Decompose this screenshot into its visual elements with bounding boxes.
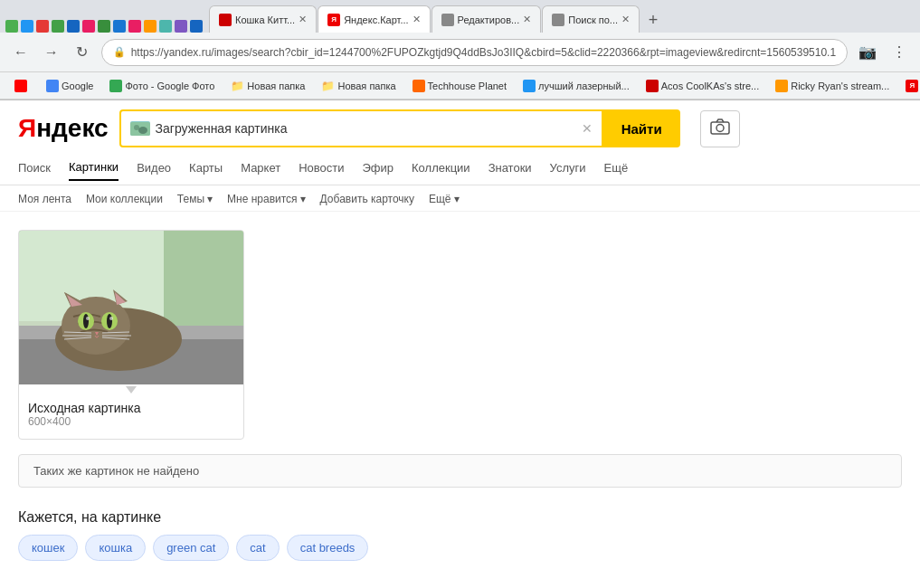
search-bar[interactable]: Загруженная картинка ✕	[119, 109, 603, 147]
tab-redaktor[interactable]: Редактиров... ✕	[432, 5, 542, 33]
taskbar-icon-9[interactable]	[128, 20, 141, 33]
bookmark-favicon-ya: Я	[906, 80, 918, 92]
sub-nav-eshche[interactable]: Ещё ▾	[429, 193, 460, 205]
yandex-logo[interactable]: Яндекс	[18, 114, 109, 143]
taskbar-icon-5[interactable]	[67, 20, 80, 33]
svg-point-22	[109, 317, 113, 320]
nav-znatoki[interactable]: Знатоки	[488, 161, 532, 180]
sub-nav-mne-nravitsya[interactable]: Мне нравится ▾	[227, 193, 306, 205]
tab-bar: Кошка Китт... ✕ Я Яндекс.Карт... ✕ Редак…	[0, 0, 920, 33]
tab-label-1: Кошка Китт...	[235, 14, 295, 25]
browser-chrome: Кошка Китт... ✕ Я Яндекс.Карт... ✕ Редак…	[0, 0, 920, 100]
bookmark-photos[interactable]: Фото - Google Фото	[104, 78, 220, 94]
tag-cat-breeds[interactable]: cat breeds	[287, 535, 369, 561]
image-size: 600×400	[28, 415, 234, 428]
chevron-down-icon-eshche: ▾	[454, 193, 460, 205]
bookmark-favicon-yt	[14, 80, 27, 92]
tab-koshka-kitty[interactable]: Кошка Китт... ✕	[209, 5, 317, 33]
taskbar-icon-12[interactable]	[175, 20, 187, 33]
back-button[interactable]: ←	[9, 40, 33, 65]
bookmark-label-r: Ricky Ryan's stream...	[791, 81, 889, 91]
bookmark-techhouse[interactable]: Techhouse Planet	[407, 78, 512, 94]
reload-button[interactable]: ↻	[71, 40, 94, 65]
tag-koshka[interactable]: кошка	[85, 535, 146, 561]
bookmark-favicon-ph	[109, 80, 122, 92]
folder-icon-1: 📁	[231, 80, 244, 92]
camera-nav-button[interactable]: 📷	[855, 40, 880, 65]
taskbar-icon-1[interactable]	[5, 20, 18, 33]
settings-button[interactable]: ⋮	[887, 40, 911, 65]
tag-green-cat[interactable]: green cat	[153, 535, 229, 561]
nav-eshche[interactable]: Ещё	[604, 161, 629, 180]
tab-favicon-2: Я	[327, 14, 340, 26]
bookmark-youtube[interactable]	[9, 78, 35, 94]
sub-nav-dobavit[interactable]: Добавить карточку	[320, 193, 414, 205]
taskbar-icon-8[interactable]	[113, 20, 126, 33]
tag-cat[interactable]: cat	[236, 535, 279, 561]
tab-favicon-4	[552, 14, 564, 26]
nav-efir[interactable]: Эфир	[363, 161, 394, 180]
taskbar-icon-7[interactable]	[98, 20, 110, 33]
taskbar-icon-2[interactable]	[21, 20, 33, 33]
search-button[interactable]: Найти	[603, 109, 680, 147]
taskbar-icon-4[interactable]	[52, 20, 64, 33]
sub-nav-moya-lenta[interactable]: Моя лента	[18, 193, 71, 205]
nav-kollektsii[interactable]: Коллекции	[412, 161, 470, 180]
bookmark-folder2[interactable]: 📁 Новая папка	[316, 78, 401, 94]
nav-uslugi[interactable]: Услуги	[550, 161, 586, 180]
bookmark-google[interactable]: Google	[41, 78, 99, 94]
bookmark-favicon-l	[523, 80, 536, 92]
nav-kartinki[interactable]: Картинки	[69, 160, 119, 181]
no-results-message: Таких же картинок не найдено	[18, 454, 902, 488]
new-tab-button[interactable]: +	[640, 7, 666, 33]
tab-close-2[interactable]: ✕	[413, 14, 421, 25]
forward-button[interactable]: →	[40, 40, 63, 65]
taskbar-icon-11[interactable]	[159, 20, 172, 33]
svg-point-20	[107, 314, 112, 328]
tab-close-3[interactable]: ✕	[523, 14, 531, 25]
tab-close-4[interactable]: ✕	[621, 14, 630, 25]
tab-favicon-3	[441, 14, 454, 26]
yandex-nav: Поиск Картинки Видео Карты Маркет Новост…	[0, 156, 920, 185]
nav-video[interactable]: Видео	[137, 161, 171, 180]
nav-karty[interactable]: Карты	[189, 161, 223, 180]
tab-label-4: Поиск по...	[568, 14, 618, 25]
svg-point-19	[83, 314, 89, 328]
tab-label-3: Редактиров...	[458, 14, 520, 25]
image-thumbnail[interactable]	[19, 231, 244, 384]
main-content: Исходная картинка 600×400 Таких же карти…	[0, 212, 920, 579]
taskbar-icon-13[interactable]	[190, 20, 203, 33]
tab-close-1[interactable]: ✕	[299, 14, 307, 25]
nav-poisk[interactable]: Поиск	[18, 161, 51, 180]
chevron-down-icon-mne: ▾	[300, 193, 306, 205]
nav-market[interactable]: Маркет	[241, 161, 280, 180]
bookmark-label-f2: Новая папка	[337, 81, 395, 91]
bookmark-yandex-last[interactable]: Я	[900, 78, 920, 94]
tab-yandex-kart[interactable]: Я Яндекс.Карт... ✕	[318, 5, 430, 33]
tags-title: Кажется, на картинке	[18, 509, 902, 526]
address-bar[interactable]: 🔒 https://yandex.ru/images/search?cbir_i…	[101, 39, 848, 66]
camera-button[interactable]	[700, 110, 740, 147]
bookmark-folder1[interactable]: 📁 Новая папка	[225, 78, 310, 94]
svg-point-21	[86, 317, 90, 320]
nav-novosti[interactable]: Новости	[299, 161, 344, 180]
uploaded-image-thumbnail	[130, 121, 150, 136]
lock-icon: 🔒	[113, 46, 126, 58]
taskbar-icon-10[interactable]	[144, 20, 156, 33]
image-info: Исходная картинка 600×400	[19, 394, 243, 430]
bookmark-favicon-r	[775, 80, 788, 92]
bookmark-laser[interactable]: лучший лазерный...	[517, 78, 635, 94]
search-clear-button[interactable]: ✕	[582, 121, 593, 136]
taskbar-icon-3[interactable]	[36, 20, 49, 33]
bookmark-acos[interactable]: Acos CoolKAs's stre...	[640, 78, 764, 94]
sub-nav-moi-kollektsii[interactable]: Мои коллекции	[86, 193, 163, 205]
tags-list: кошек кошка green cat cat cat breeds	[18, 535, 902, 561]
nav-bar: ← → ↻ 🔒 https://yandex.ru/images/search?…	[0, 33, 920, 72]
bookmark-ricky[interactable]: Ricky Ryan's stream...	[770, 78, 895, 94]
taskbar-icon-6[interactable]	[82, 20, 95, 33]
tag-koshek[interactable]: кошек	[18, 535, 78, 561]
tab-search[interactable]: Поиск по... ✕	[542, 5, 640, 33]
bookmark-favicon-a	[646, 80, 659, 92]
search-bar-wrap: Загруженная картинка ✕ Найти	[119, 109, 680, 147]
sub-nav-temy[interactable]: Темы ▾	[177, 193, 213, 205]
